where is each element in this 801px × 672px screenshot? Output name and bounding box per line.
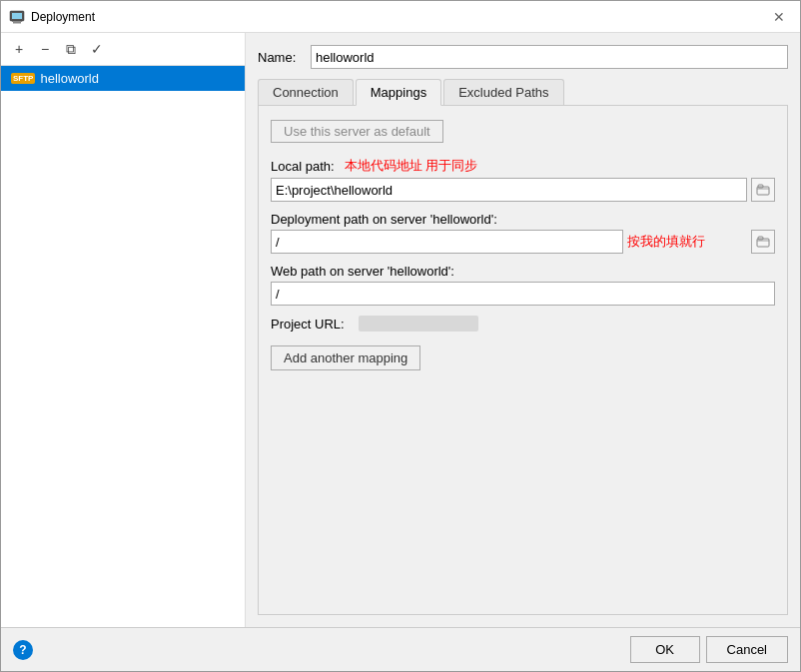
deployment-path-annotation: 按我的填就行	[627, 233, 747, 251]
add-mapping-button[interactable]: Add another mapping	[271, 345, 420, 370]
dialog-body: + − ⧉ ✓ SFTP helloworld Name: Connection…	[1, 33, 800, 627]
deployment-path-label: Deployment path on server 'helloworld':	[271, 212, 775, 227]
dialog-footer: ? OK Cancel	[1, 627, 800, 671]
ok-button[interactable]: OK	[630, 636, 700, 663]
title-bar: Deployment ✕	[1, 1, 800, 33]
web-path-input[interactable]	[271, 282, 775, 306]
check-server-button[interactable]: ✓	[85, 37, 109, 61]
local-path-input[interactable]	[271, 178, 747, 202]
local-path-browse-button[interactable]	[751, 178, 775, 202]
tab-connection[interactable]: Connection	[258, 79, 354, 105]
server-item-helloworld[interactable]: SFTP helloworld	[1, 66, 245, 91]
svg-rect-3	[12, 21, 22, 22]
tab-excluded-paths[interactable]: Excluded Paths	[443, 79, 563, 105]
name-input[interactable]	[311, 45, 788, 69]
tab-content-mappings: Use this server as default Local path: 本…	[258, 106, 788, 615]
dialog-title: Deployment	[31, 10, 766, 24]
project-url-label: Project URL:	[271, 317, 351, 332]
deployment-path-browse-button[interactable]	[751, 230, 775, 254]
web-path-group: Web path on server 'helloworld':	[271, 264, 775, 306]
deployment-path-group: Deployment path on server 'helloworld': …	[271, 212, 775, 254]
copy-server-button[interactable]: ⧉	[59, 37, 83, 61]
close-button[interactable]: ✕	[766, 4, 792, 30]
dialog-icon	[9, 9, 25, 25]
add-server-button[interactable]: +	[7, 37, 31, 61]
local-path-group: Local path: 本地代码地址 用于同步	[271, 157, 775, 202]
name-label: Name:	[258, 50, 303, 65]
deployment-path-input[interactable]	[271, 230, 623, 254]
server-item-label: helloworld	[40, 71, 99, 86]
cancel-button[interactable]: Cancel	[706, 636, 788, 663]
main-content: Name: Connection Mappings Excluded Paths…	[246, 33, 800, 627]
deployment-dialog: Deployment ✕ + − ⧉ ✓ SFTP helloworld Nam…	[0, 0, 801, 672]
remove-server-button[interactable]: −	[33, 37, 57, 61]
svg-rect-2	[13, 22, 21, 24]
name-row: Name:	[258, 45, 788, 69]
help-button[interactable]: ?	[13, 640, 33, 660]
use-default-button[interactable]: Use this server as default	[271, 120, 443, 143]
svg-rect-1	[12, 13, 22, 19]
sidebar-toolbar: + − ⧉ ✓	[1, 33, 245, 66]
sftp-badge: SFTP	[11, 73, 35, 84]
project-url-value	[359, 316, 478, 332]
sidebar: + − ⧉ ✓ SFTP helloworld	[1, 33, 246, 627]
tabs: Connection Mappings Excluded Paths	[258, 79, 788, 106]
web-path-label: Web path on server 'helloworld':	[271, 264, 775, 279]
tab-mappings[interactable]: Mappings	[356, 79, 441, 106]
deployment-path-row: 按我的填就行	[271, 230, 775, 254]
local-path-label: Local path: 本地代码地址 用于同步	[271, 157, 775, 175]
project-url-row: Project URL:	[271, 316, 775, 332]
local-path-annotation: 本地代码地址 用于同步	[345, 157, 478, 175]
local-path-row	[271, 178, 775, 202]
web-path-row	[271, 282, 775, 306]
